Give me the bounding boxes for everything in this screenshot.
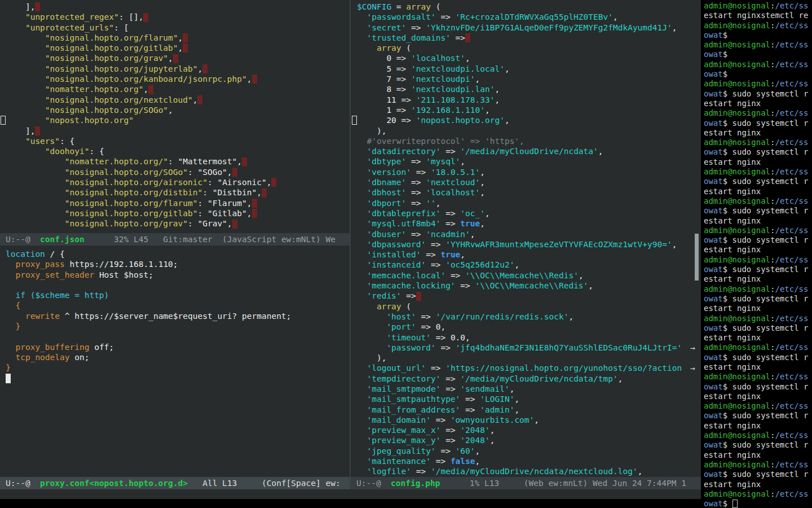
code-line: "doohoyi": { [6,146,348,156]
minibuffer[interactable] [0,489,701,499]
code-line: 'mail_domain' => 'ownyourbits.com', [357,415,696,425]
terminal-line: admin@nosignal:/etc/ss [704,21,812,30]
code-line: "nosignal.hopto.org/SOGo", [6,105,348,115]
modeline-config-php: U:--@ config.php 1% L13 (Web ew:mnLt) We… [351,477,701,489]
trailing-whitespace-marker [242,157,247,167]
code-line: 8 => 'nextcloudpi.lan', [357,84,696,94]
code-line: "nosignal.hopto.org/grav", [6,53,348,63]
code-line: "nosignal.hopto.org/nextcloud", [6,95,348,105]
code-line: 'dbtype' => 'mysql', [357,156,696,167]
terminal-line: estart nginx [704,392,812,401]
trailing-whitespace-marker [262,189,267,198]
terminal-line: admin@nosignal:/etc/ss [704,40,812,50]
terminal-line: estart nginx [704,362,812,372]
terminal-line: estart nginx [704,450,812,460]
trailing-whitespace-marker [35,126,40,135]
code-line: "nosignal.hopto.org/flarum", [6,33,348,43]
terminal-pane[interactable]: admin@nosignal:/etc/ssestart nginxstemct… [701,0,812,508]
code-line: 'dbtableprefix' => 'oc_', [357,208,696,218]
code-line: 0 => 'localhost', [357,53,696,63]
terminal-line: admin@nosignal:/etc/ss [704,460,812,470]
terminal-line: admin@nosignal:/etc/ss [704,284,812,294]
code-line: 'mail_smtpauthtype' => 'LOGIN', [357,394,696,404]
terminal-line: estart nginxstemctl re [704,11,812,20]
code-line: 'dbname' => 'nextcloud', [357,177,696,187]
editor-pane-proxy-conf[interactable]: location / { proxy_pass https://192.168.… [0,249,348,477]
terminal-line: owat$ sudo systemctl r [704,235,812,245]
terminal-line: owat$ sudo systemctl r [704,119,812,128]
terminal-line: admin@nosignal:/etc/ss [704,60,812,69]
code-line: array ( [357,43,696,53]
code-line [6,280,348,290]
modeline-prefix: U:--@ [6,479,40,488]
code-line: 'memcache.local' => '\\OC\\Memcache\\Red… [357,270,696,281]
code-line: 'redis' => [357,291,696,301]
buffer-name: conf.json [40,235,85,244]
scrollbar-thumb[interactable] [695,234,699,281]
code-line: "nosignal.hopto.org/SOGo": "SOGo", [6,167,348,177]
terminal-cursor [732,500,738,508]
code-line: 'trusted_domains' => [357,33,696,43]
terminal-line: admin@nosignal:/etc/ss [704,489,812,499]
buffer-name: proxy.conf<nopost.hopto.org.d> [40,479,188,488]
code-line: 'passwordsalt' => 'Rc+crozalDTdRWVXaGq55… [357,12,696,22]
code-line [6,331,348,341]
terminal-line: estart nginx [704,245,812,255]
terminal-line: owat$ sudo systemctl r [704,265,812,274]
terminal-line: owat$ [704,499,812,508]
code-line: "nosignal.hopto.org/flarum": "Flarum", [6,198,348,208]
terminal-line: estart nginx [704,157,812,167]
modeline-prefix: U:--@ [356,479,391,488]
modeline-conf-json: U:--@ conf.json 32% L45 Git:master (Java… [0,233,350,246]
code-line: 'memcache.locking' => '\\OC\\Memcache\\R… [357,281,696,291]
emacs-frame: ], "unprotected_regex": [], "unprotected… [0,0,701,499]
terminal-line: owat$ [704,69,812,79]
trailing-whitespace-marker [148,85,153,94]
terminal-line: estart nginx [704,187,812,196]
trailing-whitespace-marker [232,168,237,177]
terminal-line: admin@nosignal:/etc/ss [704,226,812,235]
code-line: "nomatter.hopto.org/": "Mattermost", [6,156,348,167]
desktop: ], "unprotected_regex": [], "unprotected… [0,0,812,508]
terminal-line: admin@nosignal:/etc/ss [704,401,812,411]
terminal-line: admin@nosignal:/etc/ss [704,138,812,147]
code-line: 20 => 'nopost.hopto.org', [357,115,696,125]
editor-pane-config-php[interactable]: $CONFIG = array ( 'passwordsalt' => 'Rc+… [351,0,696,479]
code-line: tcp_nodelay on; [6,352,348,362]
code-line: #'overwriteprotocol' => 'https', [357,136,696,146]
code-line: 1 => '192.168.1.110', [357,105,696,115]
trailing-whitespace-marker [202,64,208,73]
trailing-whitespace-marker [252,209,257,218]
terminal-line: owat$ sudo systemctl r [704,470,812,479]
code-line: 11 => '211.108.178.33', [357,95,696,105]
terminal-line: admin@nosignal:/etc/ss [704,372,812,382]
terminal-line: admin@nosignal:/etc/ss [704,167,812,177]
terminal-line: admin@nosignal:/etc/ss [704,343,812,352]
code-line: ), [357,353,696,363]
code-line: 'timeout' => 0.0, [357,332,696,343]
trailing-whitespace-marker [173,54,178,63]
terminal-line: owat$ sudo systemctl r [704,323,812,333]
code-line: { [6,300,348,310]
modeline-info: 1% L13 (Web ew:mnLt) Wed Jun 24 7:44PM 1 [440,479,686,488]
code-line: 'secret' => 'YkhznvFDe/i1BP7G1ALqeD0eFf9… [357,23,696,33]
fringe-indicator-icon [1,116,6,125]
code-line: 'version' => '18.0.5.1', [357,167,696,177]
code-line: "users": { [6,136,348,146]
window-divider [350,0,351,489]
trailing-whitespace-marker [197,95,202,104]
modeline-proxy-conf: U:--@ proxy.conf<nopost.hopto.org.d> All… [0,477,350,489]
terminal-line: admin@nosignal:/etc/ss [704,314,812,323]
code-line: 'port' => 0, [357,322,696,332]
code-line: 'mail_from_address' => 'admin', [357,405,696,415]
trailing-whitespace-marker [252,199,257,208]
code-line: "nosignal.hopto.org/jupyterlab", [6,64,348,74]
terminal-line: owat$ sudo systemctl r [704,177,812,186]
code-line: proxy_pass https://192.168.1.110; [6,259,348,269]
code-line: } [6,362,348,373]
modeline-prefix: U:--@ [6,235,40,244]
editor-pane-conf-json[interactable]: ], "unprotected_regex": [], "unprotected… [0,0,348,233]
code-line: "unprotected_regex": [], [6,12,348,22]
modeline-info: All L13 (Conf[Space] ew: [188,479,341,488]
terminal-line: owat$ sudo systemctl r [704,89,812,99]
